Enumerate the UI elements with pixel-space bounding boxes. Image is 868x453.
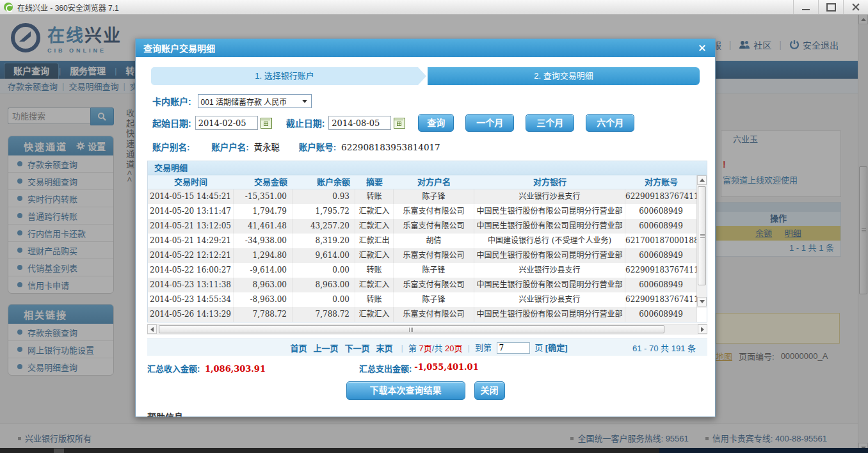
column-header: 对方户名 <box>394 175 474 189</box>
account-select[interactable]: 001 活期储蓄存款 人民币 <box>198 94 312 108</box>
six-month-button[interactable]: 六个月 <box>586 114 634 132</box>
column-header: 对方银行 <box>474 175 625 189</box>
income-total-value: 1,086,303.91 <box>205 364 266 374</box>
pagination-link-3[interactable]: 下一页 <box>345 342 370 354</box>
account-number-label: 账户账号: <box>299 143 337 152</box>
table-cell: 汇款汇入 <box>355 278 394 292</box>
table-cell: 汇款汇入 <box>355 219 394 234</box>
maximize-button[interactable] <box>818 0 843 14</box>
end-date-label: 截止日期: <box>286 116 325 129</box>
window-title: 在线兴业 - 360安全浏览器 7.1 <box>17 2 119 13</box>
goto-confirm-button[interactable]: [确定] <box>545 343 568 353</box>
table-row[interactable]: 2014-05-22 12:12:211,294.809,614.00汇款汇入乐… <box>148 248 697 263</box>
goto-page-group: 到第 页 [确定] <box>475 341 568 354</box>
pagination-bar: 首页上一页下一页末页 | 第 7页/共 20页 | 到第 页 [确定] 61 -… <box>147 338 707 356</box>
table-cell: 兴业银行沙县支行 <box>474 189 625 204</box>
browser-titlebar: 在线兴业 - 360安全浏览器 7.1 <box>0 0 868 15</box>
table-cell: 622909183767411413 <box>625 292 697 307</box>
table-row[interactable]: 2014-05-26 14:13:297,788.727,788.72汇款汇入乐… <box>148 307 697 322</box>
table-cell: 乐富支付有限公司 <box>394 219 474 234</box>
table-cell: 600608949 <box>625 307 697 322</box>
step-tab-query-detail[interactable]: 2. 查询交易明细 <box>428 67 700 85</box>
table-cell: 汇款汇入 <box>355 307 394 322</box>
current-page: 7页 <box>419 344 432 353</box>
column-header: 对方账号 <box>625 175 697 189</box>
table-scroll-left-button[interactable] <box>147 324 157 334</box>
minimize-icon <box>802 9 810 10</box>
table-cell: 622909183767411413 <box>625 189 697 204</box>
table-scroll-up-button[interactable] <box>697 175 707 185</box>
table-cell: 6217001870001887230 <box>625 234 697 248</box>
table-cell: 转账 <box>355 263 394 278</box>
summary-row: 汇总收入金额: 1,086,303.91 汇总支出金额: -1,055,401.… <box>147 362 715 374</box>
table-cell: 中国民生银行股份有限公司昆明分行营业部 <box>474 307 625 322</box>
table-hscrollbar-thumb[interactable] <box>159 325 664 333</box>
holder-name-value: 黄永聪 <box>254 142 280 152</box>
table-cell: 600608949 <box>625 248 697 263</box>
table-cell: 转账 <box>355 189 394 204</box>
table-scroll-right-button[interactable] <box>698 324 707 334</box>
one-month-button[interactable]: 一个月 <box>465 114 514 132</box>
table-cell: 陈子锋 <box>394 263 474 278</box>
table-cell: 汇款汇入 <box>355 248 394 263</box>
table-row[interactable]: 2014-05-21 14:29:21-34,938.008,319.20汇款汇… <box>148 234 697 248</box>
table-cell: 43,257.20 <box>293 219 355 234</box>
table-scroll-down-button[interactable] <box>697 297 707 306</box>
table-body: 2014-05-15 14:45:21-15,351.000.93转账陈子锋兴业… <box>148 189 697 322</box>
calendar-icon[interactable] <box>261 118 272 129</box>
table-row[interactable]: 2014-05-20 13:11:471,794.791,795.72汇款汇入乐… <box>148 204 697 219</box>
table-cell: 乐富支付有限公司 <box>394 248 474 263</box>
expense-total-value: -1,055,401.01 <box>414 362 478 374</box>
table-cell: 1,795.72 <box>293 204 355 219</box>
holder-name-label: 账户户名: <box>211 143 249 152</box>
table-cell: 中国民生银行股份有限公司昆明分行营业部 <box>474 219 625 234</box>
pagination-link-1[interactable]: 首页 <box>290 342 307 354</box>
table-cell: 8,963.00 <box>293 278 355 292</box>
table-scrollbar-thumb[interactable] <box>698 186 706 285</box>
table-cell: 2014-05-22 12:12:21 <box>148 248 234 263</box>
table-cell: 乐富支付有限公司 <box>394 307 474 322</box>
table-row[interactable]: 2014-05-23 13:11:388,963.008,963.00汇款汇入乐… <box>148 278 697 292</box>
close-window-button[interactable] <box>843 0 868 14</box>
modal-close-button[interactable] <box>697 43 707 53</box>
close-modal-button[interactable]: 关闭 <box>474 381 505 400</box>
minimize-button[interactable] <box>793 0 818 14</box>
maximize-icon <box>826 3 836 12</box>
table-row[interactable]: 2014-05-23 14:55:34-8,963.000.00转账陈子锋兴业银… <box>148 292 697 307</box>
table-row[interactable]: 2014-05-15 14:45:21-15,351.000.93转账陈子锋兴业… <box>148 189 697 204</box>
pagination-link-2[interactable]: 上一页 <box>314 342 339 354</box>
three-month-button[interactable]: 三个月 <box>526 114 574 132</box>
pagination-link-4[interactable]: 末页 <box>376 342 393 354</box>
browser-360-icon <box>4 3 13 12</box>
table-cell: 600608949 <box>625 204 697 219</box>
record-range-text: 61 - 70 共 191 条 <box>632 342 696 354</box>
table-horizontal-scrollbar[interactable] <box>147 324 707 335</box>
modal-actions: 下载本次查询结果 关闭 <box>136 381 715 400</box>
table-cell: -15,351.00 <box>234 189 293 204</box>
arrow-right-icon <box>701 327 704 332</box>
transaction-table: 交易明细 交易时间交易金额账户余额摘要对方户名对方银行对方账号 2014-05-… <box>147 161 707 322</box>
taskbar-strip <box>0 448 868 453</box>
table-cell: 622909183767411413 <box>625 263 697 278</box>
table-cell: 兴业银行沙县支行 <box>474 263 625 278</box>
table-cell: 陈子锋 <box>394 189 474 204</box>
start-date-input[interactable] <box>195 116 258 130</box>
table-row[interactable]: 2014-05-22 16:00:27-9,614.000.00转账陈子锋兴业银… <box>148 263 697 278</box>
download-results-button[interactable]: 下载本次查询结果 <box>346 381 465 400</box>
step-tab-select-account[interactable]: 1. 选择银行账户 <box>151 67 418 85</box>
table-section-title: 交易明细 <box>148 161 707 175</box>
table-cell: 0.00 <box>293 263 355 278</box>
calendar-icon[interactable] <box>394 118 405 129</box>
table-cell: 1,294.80 <box>234 248 293 263</box>
table-cell: 2014-05-21 14:29:21 <box>148 234 234 248</box>
query-button[interactable]: 查询 <box>418 114 454 132</box>
table-cell: 9,614.00 <box>293 248 355 263</box>
goto-page-input[interactable] <box>497 342 530 354</box>
end-date-input[interactable] <box>328 116 391 130</box>
table-cell: 乐富支付有限公司 <box>394 278 474 292</box>
table-cell: 转账 <box>355 292 394 307</box>
table-vertical-scrollbar[interactable] <box>696 175 707 308</box>
table-row[interactable]: 2014-05-21 13:12:0541,461.4843,257.20汇款汇… <box>148 219 697 234</box>
table-cell: 胡倩 <box>394 234 474 248</box>
income-total-label: 汇总收入金额: <box>147 364 200 374</box>
